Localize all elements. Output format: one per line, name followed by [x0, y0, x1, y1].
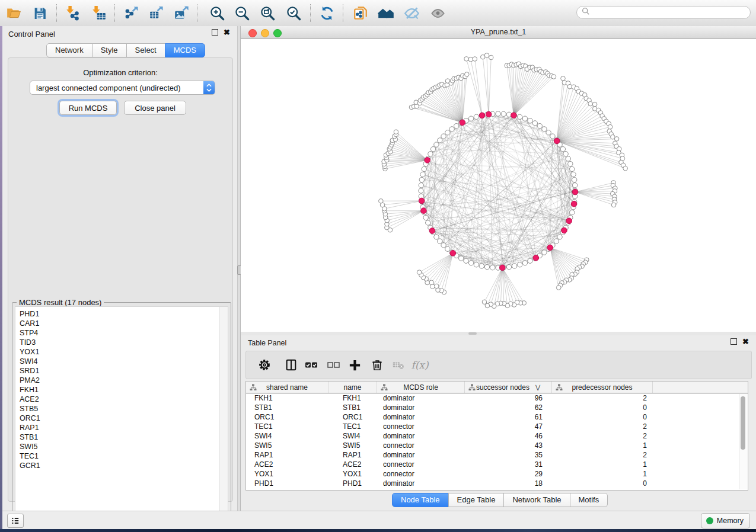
tab-style[interactable]: Style	[92, 43, 127, 57]
cell: 1	[552, 441, 653, 450]
mcds-result-item[interactable]: ACE2	[20, 395, 228, 404]
column-header-MCDS-role[interactable]: MCDS role	[377, 382, 465, 393]
tab-network-table[interactable]: Network Table	[503, 493, 570, 507]
table-scrollbar[interactable]	[739, 394, 747, 489]
mcds-result-item[interactable]: PMA2	[20, 376, 228, 385]
mcds-result-item[interactable]: FKH1	[20, 385, 228, 395]
cell: 2	[552, 393, 653, 403]
column-header-name[interactable]: name	[328, 382, 377, 393]
cell: 62	[465, 403, 552, 412]
table-row[interactable]: ACE2ACE2connector311	[246, 460, 748, 469]
table-row[interactable]: SWI4SWI4dominator462	[246, 431, 748, 441]
float-window-icon[interactable]	[212, 29, 218, 36]
tab-node-table[interactable]: Node Table	[392, 493, 449, 507]
zoom-selected-icon[interactable]	[283, 2, 304, 24]
run-mcds-button[interactable]: Run MCDS	[59, 101, 117, 115]
float-window-icon[interactable]	[731, 338, 737, 345]
mcds-result-item[interactable]: SRD1	[20, 366, 228, 376]
cell: 35	[465, 450, 552, 460]
search-input[interactable]	[590, 8, 735, 17]
optimization-criterion-select[interactable]: largest connected component (undirected)	[30, 81, 215, 95]
select-stepper-icon	[203, 81, 215, 94]
network-view-canvas[interactable]	[241, 39, 756, 332]
zoom-fit-icon[interactable]	[257, 2, 278, 24]
show-graphics-details-icon[interactable]	[427, 2, 448, 24]
cell-filler	[653, 441, 748, 450]
mcds-result-item[interactable]: SWI4	[20, 357, 228, 366]
table-toolbar: f(x)	[245, 351, 752, 379]
clone-network-icon[interactable]	[350, 2, 371, 24]
cell: SWI5	[246, 441, 328, 450]
column-header-predecessor-nodes[interactable]: predecessor nodes	[552, 382, 653, 393]
table-row[interactable]: PHD1PHD1dominator180	[246, 479, 748, 488]
mcds-result-item[interactable]: ORC1	[20, 414, 228, 423]
task-list-button[interactable]	[7, 514, 24, 528]
home-icon[interactable]	[375, 2, 397, 24]
delete-row-icon[interactable]	[368, 356, 386, 374]
table-row[interactable]: YOX1YOX1connector291	[246, 469, 748, 479]
column-header-successor-nodes[interactable]: successor nodes⋁	[465, 382, 552, 393]
mcds-result-item[interactable]: TEC1	[20, 451, 228, 461]
zoom-out-icon[interactable]	[231, 2, 253, 24]
clear-table-icon[interactable]	[390, 356, 407, 374]
import-table-icon[interactable]	[88, 2, 110, 24]
close-panel-button[interactable]: Close panel	[124, 101, 186, 115]
memory-button[interactable]: Memory	[701, 513, 750, 528]
cell: connector	[377, 441, 465, 450]
save-icon[interactable]	[29, 2, 50, 24]
cell: 2	[552, 422, 653, 431]
mcds-result-item[interactable]: STB1	[20, 432, 228, 442]
mcds-result-item[interactable]: STP4	[20, 328, 228, 338]
table-row[interactable]: ORC1ORC1dominator610	[246, 412, 748, 422]
open-folder-icon[interactable]	[3, 2, 24, 24]
function-icon: f(x)	[411, 356, 429, 374]
select-all-icon[interactable]	[302, 356, 320, 374]
tab-select[interactable]: Select	[126, 43, 165, 57]
export-image-icon[interactable]	[171, 2, 192, 24]
cell: STB1	[328, 403, 377, 412]
column-header-shared-name[interactable]: shared name	[246, 382, 328, 393]
mcds-list-scrollbar[interactable]	[219, 307, 228, 521]
mcds-result-item[interactable]: RAP1	[20, 423, 228, 432]
mcds-result-item[interactable]: CAR1	[20, 319, 228, 328]
deselect-all-icon[interactable]	[324, 356, 342, 374]
export-network-icon[interactable]	[122, 2, 143, 24]
tab-network[interactable]: Network	[46, 43, 92, 57]
table-row[interactable]: RAP1RAP1dominator352	[246, 450, 748, 460]
export-table-icon[interactable]	[146, 2, 167, 24]
splitter-handle[interactable]	[468, 332, 477, 335]
tab-mcds[interactable]: MCDS	[165, 43, 205, 57]
close-panel-icon[interactable]: ✖	[742, 338, 749, 345]
mcds-result-item[interactable]: STB5	[20, 404, 228, 414]
settings-gear-icon[interactable]	[256, 356, 273, 374]
tab-motifs[interactable]: Motifs	[570, 493, 608, 507]
mcds-result-item[interactable]: PHD1	[20, 309, 228, 319]
mcds-result-item[interactable]: TID3	[20, 338, 228, 347]
add-row-icon[interactable]	[346, 356, 363, 374]
cell-filler	[653, 431, 748, 441]
cell-filler	[653, 422, 748, 431]
mcds-result-item[interactable]: SWI5	[20, 442, 228, 451]
tab-edge-table[interactable]: Edge Table	[448, 493, 505, 507]
mcds-result-item[interactable]: YOX1	[20, 347, 228, 357]
table-row[interactable]: SWI5SWI5connector431	[246, 441, 748, 450]
cell: 1	[552, 460, 653, 469]
scrollbar-thumb[interactable]	[741, 396, 745, 450]
table-row[interactable]: TEC1TEC1connector472	[246, 422, 748, 431]
hide-graphics-details-icon[interactable]	[401, 2, 422, 24]
node-table: shared namenameMCDS rolesuccessor nodes⋁…	[245, 381, 748, 491]
network-graph[interactable]	[241, 39, 756, 332]
import-network-icon[interactable]	[62, 2, 84, 24]
table-row[interactable]: FKH1FKH1dominator962	[246, 393, 748, 403]
network-window-titlebar[interactable]: YPA_prune.txt_1	[241, 26, 756, 39]
mcds-result-item[interactable]: GCR1	[20, 461, 228, 470]
table-row[interactable]: STB1STB1dominator620	[246, 403, 748, 412]
close-panel-icon[interactable]: ✖	[224, 29, 230, 36]
cell: connector	[377, 422, 465, 431]
split-panel-icon[interactable]	[282, 356, 300, 374]
zoom-in-icon[interactable]	[206, 2, 228, 24]
cell: 46	[465, 431, 552, 441]
refresh-icon[interactable]	[316, 2, 337, 24]
search-box[interactable]	[576, 6, 751, 19]
table-panel-window-icons: ✖	[731, 338, 749, 345]
